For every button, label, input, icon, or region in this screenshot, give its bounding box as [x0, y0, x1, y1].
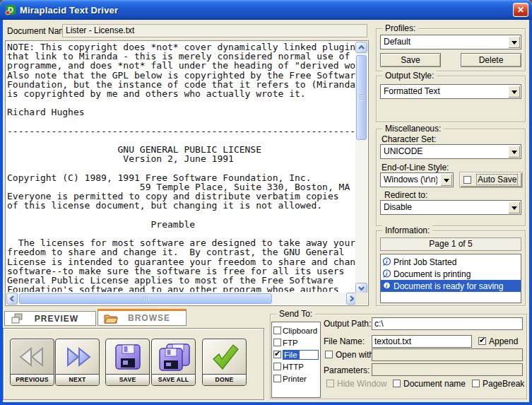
tab-preview-label: PREVIEW: [28, 314, 95, 324]
delete-profile-label: Delete: [479, 55, 504, 65]
next-button-label: NEXT: [56, 374, 99, 385]
open-with-checkbox[interactable]: [325, 351, 333, 358]
http-checkbox[interactable]: [273, 363, 281, 370]
preview-icon: [11, 313, 23, 324]
delete-profile-button[interactable]: Delete: [461, 53, 521, 67]
document-name-checkbox[interactable]: [393, 380, 401, 387]
folder-open-icon: [104, 312, 118, 324]
page-indicator: Page 1 of 5: [380, 237, 521, 251]
save-profile-button[interactable]: Save: [380, 53, 441, 67]
info-icon: i: [382, 257, 391, 266]
info-icon: i: [382, 281, 391, 290]
open-with-label: Open with: [336, 350, 374, 360]
file-label: File: [283, 350, 299, 360]
http-label: HTTP: [283, 363, 304, 371]
redirect-value: Disable: [384, 202, 505, 212]
previous-button[interactable]: PREVIOUS: [10, 339, 54, 386]
scroll-up-button[interactable]: [355, 42, 367, 53]
check-mark-icon: [203, 339, 246, 375]
pagebreak-checkbox[interactable]: [472, 380, 480, 387]
chevron-up-icon: [358, 45, 365, 49]
list-item[interactable]: i Print Job Started: [381, 256, 521, 268]
previous-button-label: PREVIOUS: [11, 374, 54, 385]
profile-dropdown-arrow-icon[interactable]: [508, 36, 520, 48]
information-group-label: Information:: [382, 225, 432, 235]
pagebreak-label: PageBreak: [483, 379, 524, 389]
open-with-field[interactable]: [372, 348, 523, 361]
send-target-http[interactable]: HTTP: [272, 360, 320, 372]
auto-save-panel: Auto Save: [459, 172, 523, 188]
send-to-group-label: Send To:: [276, 309, 315, 319]
info-icon: i: [382, 269, 391, 278]
list-item-selected[interactable]: i Document is ready for saving: [381, 280, 521, 292]
next-button[interactable]: NEXT: [55, 339, 100, 386]
output-style-value: Formatted Text: [384, 86, 505, 96]
window-border-bottom: [0, 402, 532, 405]
send-target-printer[interactable]: Printer: [272, 372, 320, 385]
save-button[interactable]: SAVE: [105, 339, 150, 386]
eol-dropdown-arrow-icon[interactable]: [440, 174, 452, 186]
append-checkbox[interactable]: [478, 337, 486, 345]
horizontal-scroll-thumb[interactable]: [19, 293, 272, 304]
vertical-scroll-thumb[interactable]: [356, 55, 367, 140]
file-inline-edit[interactable]: [299, 350, 319, 360]
tab-browse[interactable]: BROWSE: [97, 309, 187, 326]
save-all-button[interactable]: SAVE ALL: [151, 339, 196, 386]
close-icon: ✕: [517, 5, 524, 15]
list-item[interactable]: i Document is printing: [381, 268, 521, 280]
information-list[interactable]: i Print Job Started i Document is printi…: [380, 254, 521, 303]
profile-select[interactable]: Default: [380, 35, 521, 49]
parameters-label: Parameters:: [324, 365, 370, 375]
clipboard-checkbox[interactable]: [273, 327, 281, 334]
character-set-dropdown-arrow-icon[interactable]: [508, 146, 520, 158]
hide-window-label: Hide Window: [337, 379, 387, 389]
title-bar[interactable]: D Miraplacid Text Driver ✕: [0, 0, 532, 20]
done-button-label: DONE: [203, 374, 246, 385]
previous-arrows-icon: [11, 339, 54, 375]
document-text: NOTE: This copyright does *not* cover dy…: [7, 42, 356, 292]
append-label: Append: [489, 336, 518, 346]
redirect-select[interactable]: Disable: [380, 200, 521, 215]
tab-browse-label: BROWSE: [122, 313, 186, 323]
printer-checkbox[interactable]: [273, 375, 281, 382]
list-item-label: Print Job Started: [394, 257, 456, 267]
auto-save-checkbox[interactable]: [463, 176, 471, 184]
scroll-left-button[interactable]: [6, 293, 18, 305]
parameters-field[interactable]: [372, 363, 523, 376]
document-viewer[interactable]: NOTE: This copyright does *not* cover dy…: [5, 40, 369, 306]
done-button[interactable]: DONE: [202, 339, 247, 386]
character-set-label: Character Set:: [382, 134, 436, 144]
profile-selected-value: Default: [384, 37, 505, 47]
close-button[interactable]: ✕: [513, 3, 528, 17]
horizontal-scrollbar[interactable]: [6, 293, 357, 305]
redirect-label: Redirect to:: [384, 190, 427, 200]
chevron-left-icon: [10, 295, 14, 302]
redirect-dropdown-arrow-icon[interactable]: [508, 201, 520, 213]
send-target-file[interactable]: File: [272, 348, 320, 360]
send-target-clipboard[interactable]: Clipboard: [272, 324, 320, 336]
ftp-checkbox[interactable]: [273, 339, 281, 346]
next-arrows-icon: [56, 339, 99, 375]
tab-preview[interactable]: PREVIEW: [4, 311, 96, 326]
output-style-dropdown-arrow-icon[interactable]: [508, 86, 520, 98]
eol-style-label: End-of-Line Style:: [382, 163, 449, 172]
eol-style-select[interactable]: Windows (\r\n): [380, 172, 454, 187]
output-path-label: Output Path:: [324, 319, 371, 329]
vertical-scrollbar[interactable]: [355, 42, 367, 294]
output-path-field[interactable]: c:\: [372, 317, 523, 330]
send-to-list[interactable]: Clipboard FTP File HTTP Printer: [271, 322, 321, 398]
file-checkbox[interactable]: [273, 351, 281, 358]
floppy-disks-icon: [152, 339, 195, 375]
character-set-select[interactable]: UNICODE: [380, 144, 521, 159]
send-target-ftp[interactable]: FTP: [272, 336, 320, 348]
output-style-select[interactable]: Formatted Text: [380, 84, 521, 99]
floppy-disk-icon: [106, 339, 149, 375]
auto-save-label: Auto Save: [477, 175, 517, 184]
file-name-field[interactable]: textout.txt: [372, 335, 472, 348]
hide-window-checkbox: [326, 380, 334, 387]
clipboard-label: Clipboard: [283, 327, 317, 335]
chevron-down-icon: [358, 286, 365, 290]
chevron-right-icon: [350, 295, 354, 302]
window-title: Miraplacid Text Driver: [20, 5, 118, 16]
list-item-label: Document is printing: [394, 269, 471, 279]
